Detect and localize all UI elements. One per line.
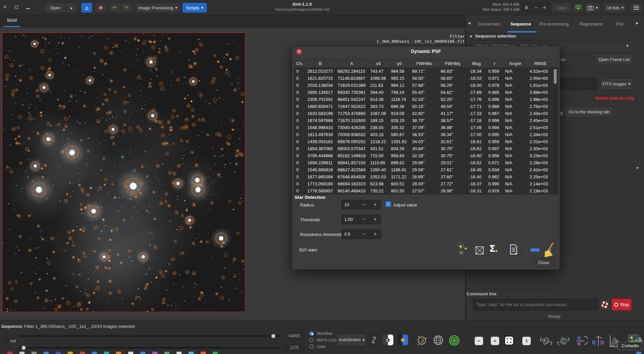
thread-minus-button[interactable]: − <box>532 3 540 12</box>
column-header[interactable]: Mag <box>467 60 486 67</box>
table-row[interactable]: 01773.05818066694.163323623.98600.5128.0… <box>294 180 558 187</box>
high-value[interactable]: 64000 <box>285 332 304 340</box>
dock-icon[interactable] <box>19 352 24 354</box>
astrometry-button[interactable] <box>416 335 428 346</box>
radio-mips[interactable] <box>309 338 314 342</box>
roundness-value[interactable]: 0.5 <box>342 230 358 239</box>
clear-all-button[interactable] <box>543 242 555 257</box>
table-row[interactable]: 01674.59786871670.152600189.15828.1938.7… <box>294 117 558 124</box>
sequence-selection-expander-icon[interactable]: ▼ <box>470 35 472 38</box>
tab-pre-processing[interactable]: Pre-processing <box>539 21 568 26</box>
command-input[interactable] <box>473 299 598 310</box>
column-header[interactable]: FWHMy <box>439 60 467 67</box>
starfield-image[interactable] <box>2 33 245 312</box>
low-value[interactable]: 1175 <box>285 344 304 351</box>
table-row[interactable]: 02033.13803471629.031369211.63984.1257.6… <box>294 82 558 89</box>
roundness-plus-button[interactable]: + <box>369 230 381 239</box>
zoom-one-to-one-button[interactable]: 1 <box>522 337 531 345</box>
hamburger-menu-button[interactable] <box>630 3 642 13</box>
flip-vertical-button[interactable]: R R <box>575 335 588 347</box>
fits-images-dropdown[interactable]: FITS images▼ <box>600 78 633 90</box>
column-header[interactable]: y0 <box>389 60 410 67</box>
radius-value[interactable]: 10 <box>342 200 358 209</box>
radius-minus-button[interactable]: − <box>358 200 369 209</box>
link-channels-button[interactable] <box>368 334 380 346</box>
snapshot-button[interactable]: ▼ <box>585 3 601 13</box>
image-processing-menu[interactable]: Image Processing▼ <box>135 3 181 13</box>
window-close-icon[interactable]: × <box>3 4 7 10</box>
dock-icon[interactable] <box>44 352 49 354</box>
roundness-minus-button[interactable]: − <box>358 230 369 239</box>
zoom-fit-button[interactable] <box>503 335 515 347</box>
remove-star-button[interactable] <box>530 248 540 252</box>
dock-icon[interactable] <box>164 352 169 354</box>
threshold-minus-button[interactable]: − <box>358 215 369 224</box>
table-row[interactable]: 01545.88581668627.4225841260.401166.9129… <box>294 166 558 173</box>
dock-icon[interactable] <box>68 352 73 354</box>
thread-plus-button[interactable]: + <box>540 3 549 12</box>
rotate-cw-button[interactable] <box>556 335 571 347</box>
column-header[interactable]: RMSE <box>528 60 554 67</box>
dock-icon[interactable] <box>92 352 97 354</box>
tabs-scroll-right-icon[interactable]: ▶ <box>636 21 639 25</box>
radius-plus-button[interactable]: + <box>369 200 381 209</box>
dock-icon[interactable] <box>152 352 157 354</box>
dock-icon[interactable] <box>56 352 61 354</box>
bit-depth-select[interactable]: 16 bits▼ <box>603 3 627 13</box>
window-maximize-icon[interactable] <box>15 6 18 9</box>
column-header[interactable]: Angle <box>503 60 528 67</box>
export-list-button[interactable] <box>509 244 518 255</box>
table-row[interactable]: 02895.13451769330.735361394.40748.2455.4… <box>294 89 558 96</box>
threshold-plus-button[interactable]: + <box>369 215 381 224</box>
panel-expand-icon[interactable]: ▶ <box>637 166 639 169</box>
radio-minmax[interactable] <box>309 331 314 336</box>
table-row[interactable]: 01548.99843373040.426285238.55335.3237.0… <box>294 124 558 131</box>
stop-button[interactable]: Stop <box>611 299 632 310</box>
table-row[interactable]: 01854.36706569053.570347431.51604.2630.8… <box>294 145 558 152</box>
low-slider[interactable] <box>18 347 280 349</box>
export-stars-button[interactable] <box>475 246 484 255</box>
help-button[interactable] <box>599 299 610 310</box>
tab-sequence[interactable]: Sequence <box>510 21 531 26</box>
table-row[interactable]: 03795.44466665182.149818715.00956.8332.1… <box>294 152 558 159</box>
open-dropdown-button[interactable]: ▼ <box>66 5 77 10</box>
undo-button[interactable]: ↶ <box>109 5 120 11</box>
dock-icon[interactable] <box>189 352 194 354</box>
goto-stacking-button[interactable]: Go to the stacking tab <box>564 106 613 118</box>
table-scrollbar[interactable] <box>553 68 558 194</box>
zoom-in-button[interactable]: + <box>491 337 499 345</box>
redo-button[interactable]: ↷ <box>121 5 132 11</box>
home-button[interactable]: ⌂ <box>81 3 92 13</box>
table-row[interactable]: 01694.23981168841.8571501110.65699.8229.… <box>294 159 558 166</box>
dock-icon[interactable] <box>80 352 85 354</box>
save-as-button[interactable] <box>573 3 584 13</box>
column-header[interactable]: A <box>336 60 368 67</box>
thread-spinner-value[interactable]: 8 <box>523 3 532 12</box>
column-header[interactable]: B <box>305 60 336 67</box>
dock-icon[interactable] <box>140 352 145 354</box>
column-header[interactable]: Ch. <box>294 60 305 67</box>
column-header[interactable]: FWHMx <box>410 60 439 67</box>
autostretch-dropdown[interactable]: AutoStretch▼ <box>337 334 366 346</box>
table-row[interactable]: 02309.70159168451.542247514.381116.7452.… <box>294 96 558 103</box>
dock-icon[interactable] <box>128 352 133 354</box>
dock-icon[interactable] <box>213 352 218 354</box>
dock-icon[interactable] <box>636 352 641 354</box>
table-row[interactable]: 01778.56895766140.468410735.22802.5027.5… <box>294 187 558 194</box>
table-row[interactable]: 01880.65847171647.552622263.73666.3650.1… <box>294 103 558 110</box>
table-row[interactable]: 01813.49763970008.936532403.18580.6736.5… <box>294 131 558 138</box>
table-row[interactable]: 01633.58319671753.4756651087.08919.0842.… <box>294 110 558 117</box>
column-header[interactable]: x0 <box>368 60 389 67</box>
dock-icon[interactable] <box>116 352 121 354</box>
column-header[interactable]: r <box>486 60 503 67</box>
star-mask-toggle[interactable]: ★ <box>383 335 393 345</box>
table-scrollbar-thumb[interactable] <box>554 69 557 84</box>
scripts-menu[interactable]: Scripts▼ <box>182 3 207 13</box>
psf-target-button[interactable] <box>449 335 460 346</box>
window-minimize-icon[interactable] <box>26 8 30 9</box>
detect-stars-button[interactable]: ★ ★ ★ <box>458 243 470 257</box>
record-button[interactable] <box>95 3 107 13</box>
rotate-ccw-button[interactable] <box>539 335 553 347</box>
corbeille-label[interactable]: Corbeille <box>617 342 643 350</box>
table-row[interactable]: 01821.82071571148.8236871086.56993.1558.… <box>294 75 558 82</box>
